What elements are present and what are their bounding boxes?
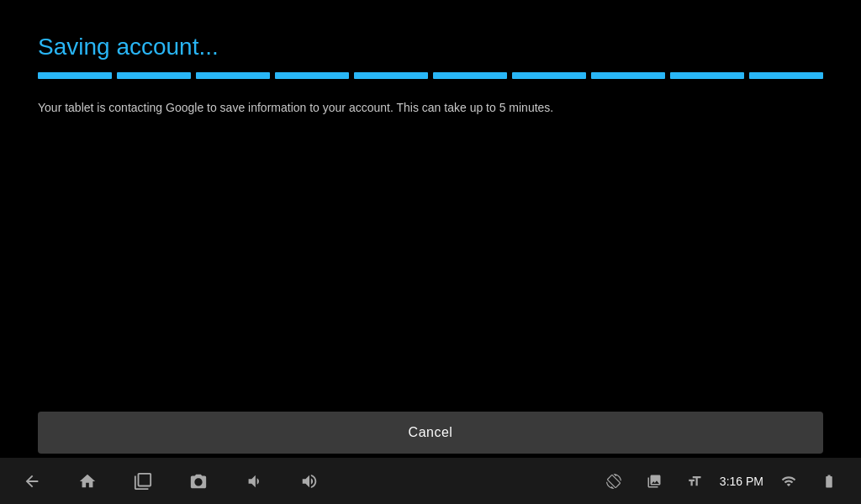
description-text: Your tablet is contacting Google to save… — [38, 99, 823, 117]
progress-segment-3 — [196, 72, 270, 79]
gallery-icon — [639, 466, 669, 496]
back-button[interactable] — [17, 466, 47, 496]
progress-segment-2 — [117, 72, 191, 79]
font-icon — [679, 466, 710, 496]
home-button[interactable] — [72, 466, 103, 496]
progress-bar — [38, 72, 823, 79]
volume-up-button[interactable] — [294, 466, 325, 496]
recents-button[interactable] — [128, 466, 158, 496]
status-time: 3:16 PM — [720, 475, 763, 488]
progress-segment-5 — [354, 72, 428, 79]
page-title: Saving account... — [38, 34, 823, 60]
button-area: Cancel — [0, 412, 861, 454]
progress-segment-6 — [433, 72, 507, 79]
cancel-button[interactable]: Cancel — [38, 412, 823, 454]
nav-right-status: 3:16 PM — [599, 466, 844, 496]
progress-segment-1 — [38, 72, 112, 79]
nav-bar: 3:16 PM — [0, 458, 861, 504]
wifi-icon — [774, 466, 804, 496]
progress-segment-9 — [670, 72, 744, 79]
screen-rotation-icon — [599, 466, 629, 496]
nav-left-icons — [17, 466, 325, 496]
progress-segment-7 — [512, 72, 586, 79]
battery-icon — [814, 466, 844, 496]
main-content: Saving account... Your tablet is contact… — [0, 0, 861, 412]
progress-segment-10 — [749, 72, 823, 79]
screenshot-button[interactable] — [183, 466, 214, 496]
volume-down-button[interactable] — [239, 466, 269, 496]
progress-segment-4 — [275, 72, 349, 79]
progress-segment-8 — [591, 72, 665, 79]
